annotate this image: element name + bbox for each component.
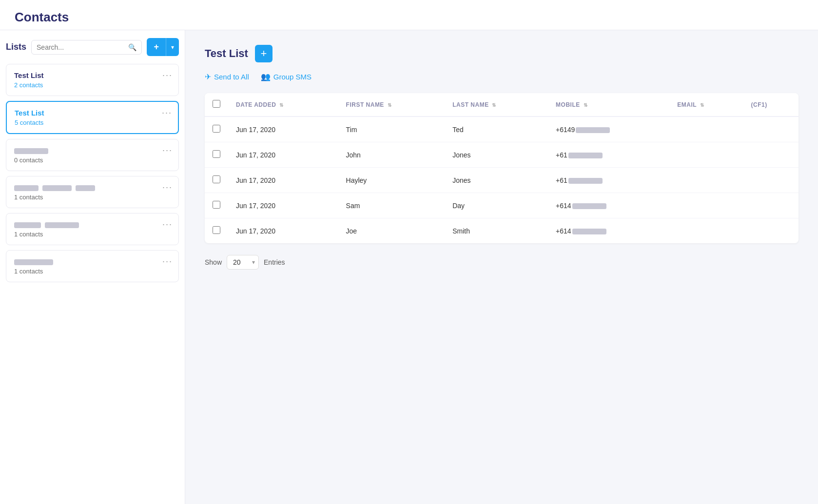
cell-email [669, 218, 743, 244]
cell-email [669, 142, 743, 168]
list-item-name: Test List [15, 109, 170, 117]
show-label: Show [205, 258, 222, 266]
send-to-all-link[interactable]: ✈ Send to All [205, 72, 249, 81]
cell-last-name: Jones [445, 142, 548, 168]
list-item-name [14, 220, 171, 229]
select-all-checkbox[interactable] [213, 100, 220, 108]
row-checkbox[interactable] [213, 226, 220, 234]
cell-mobile: +614 [548, 193, 669, 218]
list-more-button[interactable]: ··· [162, 256, 173, 267]
list-item-count: 0 contacts [14, 156, 171, 164]
cell-last-name: Day [445, 193, 548, 218]
page-title: Contacts [15, 10, 803, 25]
group-sms-link[interactable]: 👥 Group SMS [261, 72, 312, 81]
mobile-blur [572, 229, 606, 234]
cell-first-name: Joe [338, 218, 445, 244]
row-checkbox-cell [205, 142, 228, 168]
add-list-button[interactable]: + [147, 38, 166, 56]
sidebar-header: Lists 🔍 + ▾ [6, 38, 179, 56]
cell-cf1 [743, 218, 799, 244]
col-date-added: DATE ADDED ⇅ [228, 93, 338, 116]
cell-cf1 [743, 193, 799, 218]
cell-date: Jun 17, 2020 [228, 116, 338, 142]
list-item-count: 1 contacts [14, 231, 171, 238]
row-checkbox-cell [205, 193, 228, 218]
list-title-row: Test List + [205, 45, 799, 62]
sort-icon: ⇅ [584, 102, 588, 108]
list-item-count: 1 contacts [14, 194, 171, 201]
cell-cf1 [743, 168, 799, 193]
blurred-name [14, 259, 53, 265]
sort-icon: ⇅ [492, 102, 496, 108]
blurred-name [14, 148, 48, 154]
sort-icon: ⇅ [279, 102, 284, 108]
mobile-value: +6149 [556, 126, 610, 134]
cell-first-name: Tim [338, 116, 445, 142]
cell-last-name: Smith [445, 218, 548, 244]
row-checkbox[interactable] [213, 201, 220, 209]
entries-select[interactable]: 10 20 50 100 [227, 255, 259, 270]
cell-mobile: +6149 [548, 116, 669, 142]
list-more-button[interactable]: ··· [162, 70, 173, 80]
send-icon: ✈ [205, 72, 211, 81]
blurred-name [14, 185, 39, 191]
list-title: Test List [205, 47, 248, 60]
main-content: Lists 🔍 + ▾ ··· Test List 2 contacts ··· [0, 30, 818, 504]
app-layout: Contacts Lists 🔍 + ▾ ··· Test List 2 con… [0, 0, 818, 504]
sort-icon: ⇅ [700, 102, 704, 108]
group-sms-label: Group SMS [273, 73, 312, 81]
cell-first-name: Sam [338, 193, 445, 218]
list-item[interactable]: ··· 1 contacts [6, 213, 179, 245]
search-box: 🔍 [31, 40, 142, 55]
row-checkbox[interactable] [213, 175, 220, 183]
sidebar: Lists 🔍 + ▾ ··· Test List 2 contacts ··· [0, 30, 185, 504]
page-header: Contacts [0, 0, 818, 30]
list-item[interactable]: ··· 1 contacts [6, 250, 179, 282]
cell-first-name: Hayley [338, 168, 445, 193]
list-item[interactable]: ··· Test List 2 contacts [6, 64, 179, 96]
list-item-active[interactable]: ··· Test List 5 contacts [6, 101, 179, 134]
mobile-value: +61 [556, 151, 603, 159]
add-list-dropdown-button[interactable]: ▾ [166, 38, 179, 56]
cell-date: Jun 17, 2020 [228, 142, 338, 168]
row-checkbox-cell [205, 218, 228, 244]
send-to-all-label: Send to All [214, 73, 249, 81]
list-more-button[interactable]: ··· [162, 108, 172, 118]
cell-email [669, 193, 743, 218]
mobile-value: +61 [556, 176, 603, 184]
mobile-blur [576, 127, 610, 133]
table-row: Jun 17, 2020 Tim Ted +6149 [205, 116, 799, 142]
mobile-blur [568, 178, 603, 184]
list-more-button[interactable]: ··· [162, 182, 173, 193]
blurred-name [42, 185, 72, 191]
sort-icon: ⇅ [388, 102, 392, 108]
row-checkbox[interactable] [213, 150, 220, 158]
add-contact-button[interactable]: + [255, 45, 273, 62]
add-btn-group: + ▾ [147, 38, 179, 56]
list-item[interactable]: ··· 0 contacts [6, 139, 179, 171]
blurred-name [45, 222, 79, 228]
search-input[interactable] [37, 43, 128, 51]
list-item-name [14, 183, 171, 192]
main-panel: Test List + ✈ Send to All 👥 Group SMS [185, 30, 818, 504]
list-more-button[interactable]: ··· [162, 145, 173, 155]
cell-first-name: John [338, 142, 445, 168]
mobile-value: +614 [556, 202, 606, 210]
col-email: EMAIL ⇅ [669, 93, 743, 116]
row-checkbox-cell [205, 168, 228, 193]
cell-date: Jun 17, 2020 [228, 168, 338, 193]
list-item-count: 2 contacts [14, 81, 171, 89]
lists-label: Lists [6, 42, 26, 52]
list-item-count: 1 contacts [14, 268, 171, 275]
cell-email [669, 168, 743, 193]
list-item-name [14, 257, 171, 266]
cell-date: Jun 17, 2020 [228, 218, 338, 244]
cell-date: Jun 17, 2020 [228, 193, 338, 218]
row-checkbox[interactable] [213, 125, 220, 133]
col-mobile: MOBILE ⇅ [548, 93, 669, 116]
search-icon: 🔍 [128, 43, 136, 51]
row-checkbox-cell [205, 116, 228, 142]
list-item[interactable]: ··· 1 contacts [6, 176, 179, 208]
list-more-button[interactable]: ··· [162, 219, 173, 230]
entries-label: Entries [264, 258, 285, 266]
